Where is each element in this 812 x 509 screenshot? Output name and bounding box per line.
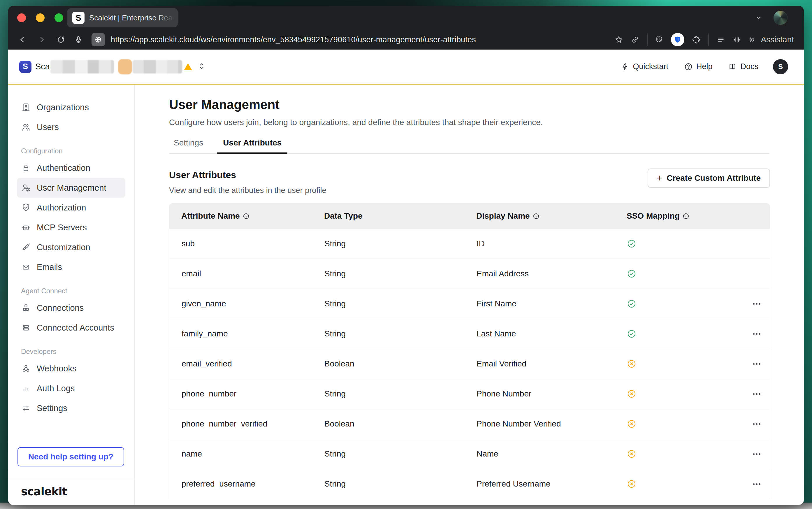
- search-page-icon[interactable]: [655, 35, 664, 44]
- bookmark-star-icon[interactable]: [614, 35, 623, 44]
- microphone-icon[interactable]: [74, 35, 83, 44]
- workspace-name-redacted: [50, 60, 114, 73]
- tab-user-attributes[interactable]: User Attributes: [217, 136, 287, 154]
- sidebar-item-label: Settings: [37, 404, 67, 413]
- tab-bar: Settings User Attributes: [169, 136, 770, 154]
- attribute-name-cell: name: [169, 449, 324, 459]
- sidebar-section-developers: Developers: [17, 345, 125, 359]
- sidebar-item-mcp-servers[interactable]: MCP Servers: [17, 217, 125, 237]
- sidebar-item-label: Connections: [37, 303, 84, 313]
- docs-button[interactable]: Docs: [728, 62, 758, 71]
- help-button[interactable]: Help: [684, 62, 713, 71]
- sidebar-item-settings[interactable]: Settings: [17, 398, 125, 418]
- sidebar: Organizations Users Configuration Authen…: [8, 84, 135, 505]
- sidebar-divider: [8, 479, 134, 479]
- display-name-cell: ID: [476, 239, 627, 248]
- sidebar-item-connections[interactable]: Connections: [17, 298, 125, 318]
- info-icon[interactable]: [682, 213, 689, 219]
- page-subtitle: Configure how users join, belong to orga…: [169, 118, 543, 127]
- sidebar-item-label: Authorization: [37, 203, 86, 212]
- sidebar-item-customization[interactable]: Customization: [17, 237, 125, 257]
- back-icon[interactable]: [18, 35, 27, 44]
- tab-settings[interactable]: Settings: [168, 136, 209, 154]
- tab-title-fade: [157, 8, 178, 27]
- display-name-cell: First Name: [476, 299, 627, 308]
- user-attributes-table: Attribute Name Data Type Display Name SS…: [169, 203, 770, 505]
- info-icon[interactable]: [243, 213, 249, 219]
- extensions-puzzle-icon[interactable]: [692, 35, 701, 44]
- docs-label: Docs: [740, 62, 758, 71]
- sidebar-item-webhooks[interactable]: Webhooks: [17, 359, 125, 378]
- minimize-window-button[interactable]: [36, 13, 45, 22]
- copy-link-icon[interactable]: [631, 35, 639, 44]
- quickstart-button[interactable]: Quickstart: [621, 62, 668, 71]
- cubes-icon: [21, 303, 31, 313]
- column-attribute-name: Attribute Name: [169, 211, 324, 221]
- row-menu-button[interactable]: [750, 391, 763, 398]
- row-menu-button[interactable]: [750, 450, 763, 458]
- sso-mapping-status-icon: [628, 390, 636, 398]
- reading-list-icon[interactable]: [716, 35, 725, 44]
- plus-icon: +: [657, 173, 663, 183]
- voice-waveform-icon[interactable]: [733, 35, 741, 44]
- workspace-name: Sca: [35, 62, 50, 71]
- password-manager-extension[interactable]: [671, 33, 684, 46]
- browser-tab[interactable]: S Scalekit | Enterprise Ready A: [67, 8, 178, 27]
- sidebar-item-users[interactable]: Users: [17, 117, 125, 137]
- attribute-name-cell: family_name: [169, 329, 324, 338]
- paintbrush-icon: [21, 242, 31, 252]
- sidebar-item-auth-logs[interactable]: Auth Logs: [17, 378, 125, 398]
- sidebar-item-authorization[interactable]: Authorization: [17, 198, 125, 217]
- user-avatar[interactable]: S: [773, 59, 788, 74]
- assistant-button[interactable]: Assistant: [761, 35, 794, 44]
- chevron-up-down-icon: [197, 61, 206, 71]
- table-row: name String Name: [169, 439, 770, 469]
- browser-profile[interactable]: [774, 6, 787, 30]
- tab-list-dropdown[interactable]: [754, 6, 763, 30]
- sidebar-item-organizations[interactable]: Organizations: [17, 97, 125, 117]
- sidebar-item-emails[interactable]: Emails: [17, 257, 125, 277]
- reload-icon[interactable]: [57, 35, 65, 44]
- data-type-cell: String: [324, 239, 476, 248]
- info-icon[interactable]: [533, 213, 539, 219]
- create-custom-attribute-button[interactable]: + Create Custom Attribute: [648, 169, 770, 188]
- sidebar-section-agent-connect: Agent Connect: [17, 284, 125, 298]
- globe-icon: [94, 35, 103, 44]
- sidebar-item-connected-accounts[interactable]: Connected Accounts: [17, 318, 125, 338]
- sidebar-item-user-management[interactable]: User Management: [17, 178, 125, 198]
- site-info-chip[interactable]: [92, 33, 105, 46]
- assistant-wave-icon[interactable]: [748, 35, 756, 44]
- main-content: User Management Configure how users join…: [135, 84, 804, 505]
- sidebar-item-label: Authentication: [37, 163, 90, 173]
- sidebar-item-label: Users: [37, 123, 59, 132]
- column-sso-mapping: SSO Mapping: [627, 211, 743, 221]
- zoom-window-button[interactable]: [55, 13, 63, 22]
- forward-icon[interactable]: [37, 35, 46, 44]
- table-row: sub String ID: [169, 229, 770, 259]
- row-menu-button[interactable]: [750, 300, 763, 308]
- section-title: User Attributes: [169, 170, 236, 180]
- shield-icon: [674, 36, 682, 44]
- address-bar[interactable]: https://app.scalekit.cloud/ws/environmen…: [111, 35, 607, 44]
- need-help-button[interactable]: Need help setting up?: [17, 447, 124, 467]
- row-menu-button[interactable]: [750, 420, 763, 428]
- data-type-cell: String: [324, 299, 476, 308]
- display-name-cell: Name: [476, 449, 627, 459]
- column-label: Attribute Name: [181, 211, 240, 221]
- browser-window: S Scalekit | Enterprise Ready A https://…: [8, 6, 804, 505]
- browser-profile-avatar: [774, 11, 787, 25]
- scalekit-logo: S: [19, 61, 32, 73]
- display-name-cell: Email Address: [476, 269, 627, 278]
- x-circle-icon: [628, 390, 636, 398]
- row-menu-button[interactable]: [750, 360, 763, 368]
- row-menu-button[interactable]: [750, 480, 763, 488]
- close-window-button[interactable]: [17, 13, 26, 22]
- book-icon: [728, 62, 737, 71]
- row-menu-button[interactable]: [750, 330, 763, 338]
- environment-switcher[interactable]: [197, 61, 206, 72]
- sidebar-item-authentication[interactable]: Authentication: [17, 158, 125, 178]
- browser-toolbar: https://app.scalekit.cloud/ws/environmen…: [8, 30, 804, 49]
- shield-check-icon: [21, 203, 31, 212]
- sidebar-section-configuration: Configuration: [17, 144, 125, 158]
- data-type-cell: String: [324, 389, 476, 399]
